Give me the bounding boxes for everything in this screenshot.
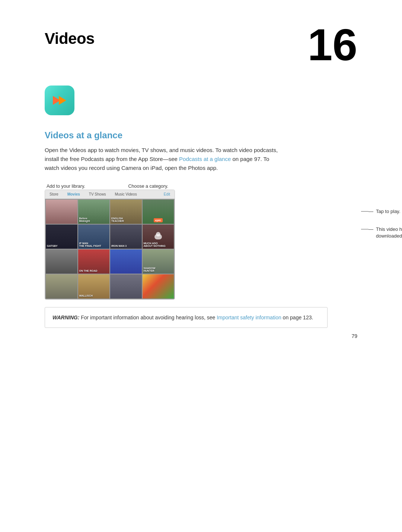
tab-movies: Movies: [66, 191, 82, 197]
video-cell-10: ON THE ROAD: [78, 249, 110, 274]
epic-label: epic: [154, 218, 163, 222]
video-label-3: ENGLISHTEACHER: [111, 217, 124, 223]
video-cell-8: MUCH ADOABOUT NOTHING: [143, 225, 174, 249]
video-label-8: MUCH ADOABOUT NOTHING: [144, 242, 166, 248]
callout-add-library: Add to your library.: [47, 184, 85, 189]
video-cell-5: GATSBY: [46, 225, 77, 249]
video-cell-15: [110, 274, 142, 299]
tab-edit: Edit: [162, 191, 172, 197]
app-icon-container: [45, 86, 357, 115]
video-label-5: GATSBY: [47, 245, 58, 248]
warning-box: WARNING: For important information about…: [45, 307, 328, 328]
body-text: Open the Videos app to watch movies, TV …: [45, 146, 283, 173]
warning-text-1: For important information about avoiding…: [79, 315, 217, 320]
video-cell-6: IP MANTHE FINAL FIGHT: [78, 225, 110, 249]
warning-text-2: on page 123.: [281, 315, 313, 320]
section-title: Videos at a glance: [45, 130, 357, 141]
video-label-10: ON THE ROAD: [79, 270, 98, 273]
video-cell-13: [46, 274, 77, 299]
video-cell-7: IRON MAN 3: [110, 225, 142, 249]
video-cell-14: WALLISCH: [78, 274, 110, 299]
video-cell-3: ENGLISHTEACHER: [110, 200, 142, 224]
video-label-12: SHADOWHUNTER: [144, 267, 156, 273]
video-cell-2: BeforeMidnight: [78, 200, 110, 224]
screenshot-wrapper: Add to your library. Choose a category. …: [45, 184, 357, 300]
video-label-2: BeforeMidnight: [79, 217, 90, 223]
video-cell-12: SHADOWHUNTER: [143, 249, 174, 274]
warning-label: WARNING:: [52, 315, 79, 320]
cloud-icon-8: [154, 234, 162, 239]
video-label-14: WALLISCH: [79, 294, 93, 297]
annotation-line-1: [361, 211, 368, 212]
annotation-not-downloaded: This video hasn't beendownloaded to iPad…: [368, 226, 402, 239]
tab-musicvideos: Music Videos: [113, 191, 138, 197]
video-grid: BeforeMidnight ENGLISHTEACHER epic GATSB…: [45, 199, 175, 299]
tab-store: Store: [48, 191, 60, 197]
page-number: 79: [351, 333, 357, 339]
video-cell-4: epic: [143, 200, 174, 224]
videos-app-icon: [45, 86, 74, 115]
video-label-7: IRON MAN 3: [111, 245, 127, 248]
video-label-6: IP MANTHE FINAL FIGHT: [79, 242, 101, 248]
podcasts-link[interactable]: Podcasts at a glance: [179, 156, 231, 162]
video-cell-16: [143, 274, 174, 299]
screenshot-mockup: Store Movies TV Shows Music Videos Edit …: [45, 190, 175, 300]
safety-info-link[interactable]: Important safety information: [217, 315, 281, 320]
page-header: Videos 16: [45, 30, 357, 67]
chapter-number: 16: [308, 22, 357, 67]
video-cell-1: [46, 200, 77, 224]
callout-choose-category: Choose a category.: [128, 184, 168, 189]
tab-tvshows: TV Shows: [87, 191, 108, 197]
side-annotations: Tap to play. This video hasn't beendownl…: [368, 208, 402, 251]
video-cell-9: [46, 249, 77, 274]
annotation-line-2: [361, 229, 368, 229]
app-icon-inner: [53, 96, 66, 105]
annotation-tap-to-play: Tap to play.: [368, 208, 402, 215]
play-arrow-icon-2: [59, 96, 66, 105]
mock-tabs: Store Movies TV Shows Music Videos Edit: [45, 190, 175, 199]
page-title: Videos: [45, 30, 95, 48]
video-cell-11: [110, 249, 142, 274]
top-annotations: Add to your library. Choose a category.: [45, 184, 176, 189]
